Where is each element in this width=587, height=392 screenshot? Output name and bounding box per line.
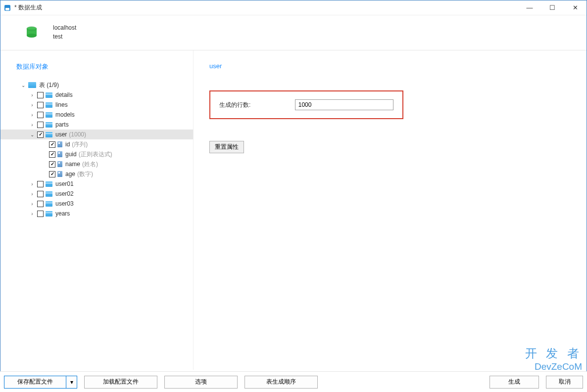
column-icon [57,171,62,177]
content-panel: user 生成的行数: 重置属性 [194,50,587,370]
tree-table-models[interactable]: ›models [0,110,193,120]
table-icon [46,181,52,187]
table-icon [46,191,52,197]
table-icon [46,132,52,137]
column-icon [57,151,62,157]
tree-item-label: user03 [55,200,74,207]
connection-host: localhost [53,23,76,32]
column-icon [57,141,62,147]
close-button[interactable]: ✕ [564,0,587,15]
svg-point-4 [27,34,37,38]
tree-item-label: years [55,210,70,217]
database-icon [24,25,39,40]
tree-item-label: user01 [55,180,74,187]
tree-table-years[interactable]: ›years [0,209,193,218]
tree-column-id[interactable]: id(序列) [0,139,193,149]
rows-highlight-box: 生成的行数: [209,90,403,119]
tree-column-age[interactable]: age(数字) [0,169,193,179]
watermark: 开 发 者 DevZeCoM [525,346,582,372]
table-icon [28,82,36,88]
checkbox[interactable] [49,161,55,168]
minimize-button[interactable]: — [518,0,541,15]
tree-table-user03[interactable]: ›user03 [0,199,193,209]
save-profile-button[interactable]: 保存配置文件 ▾ [4,376,77,389]
table-order-button[interactable]: 表生成顺序 [245,376,318,389]
table-icon [46,201,52,207]
checkbox[interactable] [49,171,55,177]
chevron-icon[interactable]: › [29,102,35,108]
rows-label: 生成的行数: [219,101,295,109]
chevron-icon[interactable]: › [29,181,35,187]
cancel-button[interactable]: 取消 [546,376,583,389]
sidebar-heading: 数据库对象 [0,62,193,80]
table-icon [46,112,52,118]
tree-item-suffix: (姓名) [82,160,98,169]
svg-rect-1 [5,8,9,10]
tree-item-label: models [55,111,75,118]
tree-item-label: lines [55,101,68,108]
tree-table-user02[interactable]: ›user02 [0,189,193,199]
tree-item-label: user02 [55,190,74,197]
chevron-icon[interactable]: › [29,201,35,207]
chevron-icon[interactable]: ⌄ [29,132,35,137]
checkbox[interactable] [37,181,44,187]
tree-item-label: details [55,91,73,98]
checkbox[interactable] [37,122,44,128]
reset-button[interactable]: 重置属性 [209,141,244,153]
chevron-icon[interactable]: › [29,191,35,197]
tree-column-name[interactable]: name(姓名) [0,159,193,169]
column-icon [57,161,62,167]
tree-table-lines[interactable]: ›lines [0,100,193,110]
tree-item-label: age [65,171,75,177]
tree-item-label: guid [65,151,77,158]
checkbox[interactable] [37,201,44,207]
generate-button[interactable]: 生成 [489,376,539,389]
app-icon [3,4,11,12]
tree-column-guid[interactable]: guid(正则表达式) [0,149,193,159]
checkbox[interactable] [37,131,44,138]
footer-toolbar: 保存配置文件 ▾ 加载配置文件 选项 表生成顺序 生成 取消 [0,371,587,392]
tree-item-suffix: (数字) [77,170,93,178]
checkbox[interactable] [37,102,44,108]
table-icon [46,122,52,128]
tree-table-user[interactable]: ⌄user(1000) [0,130,193,139]
table-icon [46,102,52,108]
tree-table-details[interactable]: ›details [0,90,193,100]
tree-item-label: name [65,161,80,168]
checkbox[interactable] [37,92,44,98]
rows-input[interactable] [295,99,393,110]
table-icon [46,211,52,217]
connection-database: test [53,32,76,41]
titlebar: * 数据生成 — ☐ ✕ [0,0,587,15]
load-profile-button[interactable]: 加载配置文件 [84,376,157,389]
tree-root-tables[interactable]: ⌄表 (1/9) [0,80,193,90]
checkbox[interactable] [49,151,55,158]
chevron-icon[interactable]: › [29,211,35,217]
table-icon [46,92,52,98]
maximize-button[interactable]: ☐ [541,0,564,15]
connection-header: localhost test [0,15,587,50]
window-title: * 数据生成 [14,3,518,12]
tree-item-label: parts [55,121,69,128]
tree-item-label: user [55,131,67,138]
tree-table-user01[interactable]: ›user01 [0,179,193,189]
chevron-icon[interactable]: › [29,112,35,118]
chevron-icon[interactable]: › [29,92,35,98]
tree-item-suffix: (1000) [69,131,86,138]
checkbox[interactable] [37,211,44,217]
checkbox[interactable] [37,112,44,118]
sidebar: 数据库对象 ⌄表 (1/9)›details›lines›models›part… [0,50,194,370]
tree-item-label: 表 (1/9) [39,81,59,89]
checkbox[interactable] [49,141,55,148]
checkbox[interactable] [37,191,44,197]
tree-item-suffix: (序列) [72,140,88,149]
content-title: user [209,62,587,70]
save-dropdown-icon[interactable]: ▾ [66,376,77,388]
chevron-icon[interactable]: › [29,122,35,128]
tree-table-parts[interactable]: ›parts [0,120,193,130]
chevron-icon[interactable]: ⌄ [20,83,26,88]
object-tree: ⌄表 (1/9)›details›lines›models›parts⌄user… [0,80,193,218]
options-button[interactable]: 选项 [164,376,238,389]
tree-item-suffix: (正则表达式) [79,150,112,159]
tree-item-label: id [65,141,70,148]
